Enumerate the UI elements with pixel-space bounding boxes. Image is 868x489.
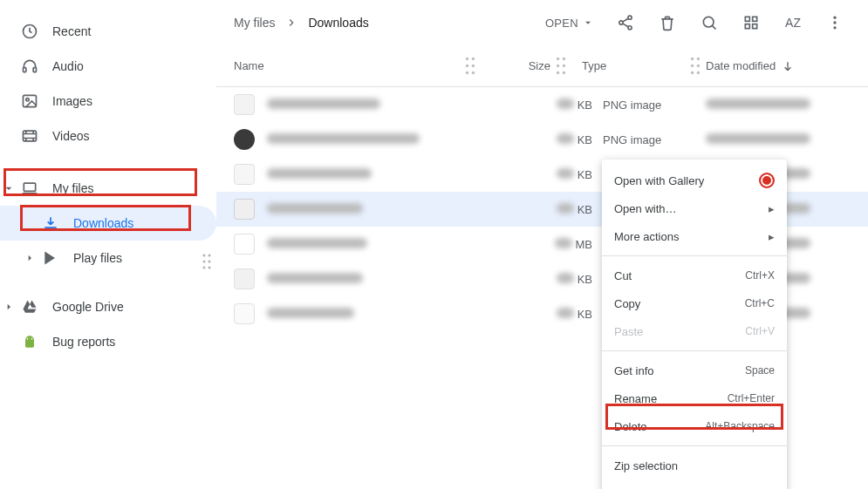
sort-button[interactable]: AZ: [776, 5, 810, 40]
svg-rect-22: [753, 24, 757, 29]
svg-point-34: [557, 65, 559, 67]
svg-point-13: [27, 338, 29, 340]
file-name: [267, 203, 523, 216]
svg-point-35: [563, 65, 565, 67]
sidebar-item-audio[interactable]: Audio: [0, 49, 216, 84]
share-icon: [617, 14, 634, 31]
breadcrumb-root[interactable]: My files: [234, 16, 275, 30]
menu-item-open-with[interactable]: Open with… ▸: [602, 194, 787, 222]
file-date: [706, 133, 851, 146]
menu-item-paste: Paste Ctrl+V: [602, 317, 787, 345]
svg-point-33: [563, 58, 565, 60]
svg-point-12: [208, 267, 211, 269]
chevron-right-icon[interactable]: [23, 251, 37, 265]
svg-rect-21: [745, 24, 749, 29]
chevron-right-icon: ▸: [769, 202, 775, 215]
chevron-right-icon: ▸: [769, 230, 775, 243]
view-toggle-button[interactable]: [734, 5, 769, 40]
column-drag-handle-icon[interactable]: [688, 45, 702, 86]
context-menu: Open with Gallery Open with… ▸ More acti…: [602, 160, 787, 489]
file-name: [267, 308, 523, 321]
menu-item-copy[interactable]: Copy Ctrl+C: [602, 289, 787, 317]
file-size: MB: [523, 238, 592, 251]
file-size: KB: [523, 133, 592, 146]
sidebar-item-label: Recent: [52, 24, 202, 38]
column-name[interactable]: Name: [234, 59, 460, 72]
menu-item-open-with-gallery[interactable]: Open with Gallery: [602, 166, 787, 194]
menu-separator: [602, 255, 787, 256]
table-row[interactable]: KB PNG image: [216, 87, 868, 122]
svg-point-14: [31, 338, 33, 340]
shortcut-label: Ctrl+X: [745, 269, 775, 282]
menu-item-zip-selection[interactable]: Zip selection: [602, 452, 787, 479]
svg-point-37: [563, 71, 565, 74]
open-button[interactable]: OPEN: [538, 11, 601, 35]
gallery-app-icon: [759, 173, 775, 188]
column-date[interactable]: Date modified: [706, 59, 851, 73]
breadcrumb-current: Downloads: [308, 16, 368, 30]
svg-point-11: [203, 267, 206, 269]
sidebar-item-my-files[interactable]: My files: [0, 171, 216, 206]
breadcrumb: My files Downloads: [234, 16, 369, 30]
menu-item-more-actions[interactable]: More actions ▸: [602, 222, 787, 250]
chevron-right-icon[interactable]: [2, 300, 16, 314]
file-name: [267, 133, 523, 146]
svg-point-8: [208, 255, 211, 257]
sidebar-item-images[interactable]: Images: [0, 84, 216, 119]
more-button[interactable]: [817, 5, 852, 40]
chevron-down-icon[interactable]: [2, 181, 16, 195]
menu-separator: [602, 445, 787, 446]
sidebar-item-downloads[interactable]: Downloads: [0, 206, 216, 241]
menu-item-get-info[interactable]: Get info Space: [602, 357, 787, 384]
search-button[interactable]: [692, 5, 727, 40]
file-name: [267, 168, 523, 181]
svg-rect-3: [24, 95, 37, 106]
toolbar: My files Downloads OPEN: [216, 0, 868, 45]
file-type: PNG image: [592, 98, 706, 112]
grid-view-icon: [742, 14, 760, 31]
table-row[interactable]: KB PNG image: [216, 122, 868, 157]
sidebar-drag-handle-icon[interactable]: [201, 252, 213, 271]
menu-item-rename[interactable]: Rename Ctrl+Enter: [602, 384, 787, 412]
share-button[interactable]: [608, 5, 643, 40]
chevron-right-icon: [285, 17, 297, 29]
file-size: KB: [523, 168, 592, 181]
sort-az-icon: AZ: [784, 14, 802, 31]
svg-point-40: [691, 65, 694, 67]
sidebar-item-label: Google Drive: [52, 300, 202, 314]
svg-point-31: [472, 71, 475, 74]
shortcut-label: Ctrl+Enter: [728, 392, 775, 404]
menu-item-delete[interactable]: Delete Alt+Backspace: [602, 412, 787, 440]
file-size: KB: [523, 203, 592, 216]
menu-item-set-as-wallpaper[interactable]: Set as wallpaper: [602, 479, 787, 489]
laptop-icon: [21, 180, 38, 197]
arrow-down-icon: [781, 59, 795, 73]
shortcut-label: Alt+Backspace: [705, 420, 775, 432]
sidebar-item-videos[interactable]: Videos: [0, 119, 216, 153]
sidebar-item-google-drive[interactable]: Google Drive: [0, 289, 216, 324]
svg-point-43: [697, 71, 700, 74]
column-drag-handle-icon[interactable]: [554, 45, 568, 86]
sidebar-item-label: My files: [52, 181, 202, 195]
column-drag-handle-icon[interactable]: [463, 45, 477, 86]
file-thumbnail: [234, 94, 255, 115]
svg-point-32: [557, 58, 559, 60]
svg-rect-6: [24, 183, 35, 191]
sidebar-item-label: Bug reports: [52, 335, 202, 349]
column-size[interactable]: Size: [481, 59, 550, 72]
sidebar-item-recent[interactable]: Recent: [0, 14, 216, 49]
file-name: [267, 273, 523, 286]
svg-point-26: [466, 58, 468, 60]
search-icon: [701, 14, 718, 31]
delete-button[interactable]: [650, 5, 685, 40]
file-thumbnail: [234, 234, 255, 255]
menu-item-cut[interactable]: Cut Ctrl+X: [602, 261, 787, 289]
svg-rect-20: [753, 17, 757, 21]
svg-point-29: [472, 65, 475, 67]
column-type[interactable]: Type: [571, 59, 685, 72]
videos-icon: [21, 127, 38, 145]
sidebar-item-label: Play files: [73, 251, 202, 265]
menu-separator: [602, 350, 787, 351]
shortcut-label: Ctrl+C: [745, 297, 775, 309]
sidebar-item-bug-reports[interactable]: Bug reports: [0, 324, 216, 359]
